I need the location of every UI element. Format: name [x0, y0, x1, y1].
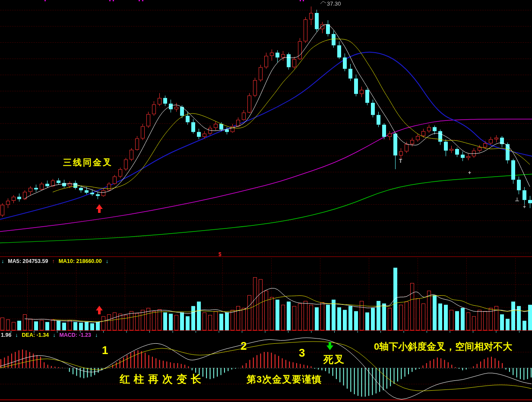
zero-axis-note: 0轴下小斜度金叉，空间相对不大: [374, 342, 512, 351]
death-cross-label: 死叉: [323, 355, 345, 364]
macd-dea-value: DEA: -1.34: [22, 332, 49, 338]
macd-down-arrow-icon-1: ↓: [15, 332, 18, 338]
arrow-stem: [329, 342, 331, 345]
macd-header: 1.96 ↓ DEA: -1.34 ↓ MACD: -1.23 ↓: [1, 332, 98, 338]
golden-cross-label-3: 3: [299, 347, 305, 358]
peak-price-label: 37.30: [327, 1, 341, 6]
arrow-head: [96, 306, 103, 310]
golden-cross-label-1: 1: [102, 345, 108, 356]
buy-signal-arrow-icon-main: [95, 204, 103, 213]
buy-signal-arrow-icon-volume: [95, 306, 103, 314]
volume-down-arrow-icon-2: ↓: [106, 259, 108, 264]
red-bars-note: 红柱再次变长: [120, 374, 205, 384]
macd-down-arrow-icon-2: ↓: [53, 332, 55, 338]
arrow-head: [96, 204, 103, 209]
volume-ma5-value: MA5: 204753.59: [8, 259, 48, 264]
volume-down-arrow-icon-1: ↓: [1, 259, 4, 264]
arrow-stem: [98, 310, 101, 314]
stock-chart-window: 37.30 三线同金叉 ↓ MA5: 204753.59 ↑ MA10: 218…: [0, 0, 532, 402]
third-cross-note: 第3次金叉要谨慎: [247, 375, 322, 384]
three-line-golden-cross-note: 三线同金叉: [63, 158, 113, 167]
macd-down-arrow-icon-3: ↓: [95, 332, 98, 338]
doji-marker: T: [399, 158, 402, 164]
doji-marker: +: [523, 204, 526, 210]
death-cross-arrow-icon: [326, 342, 334, 350]
doji-marker: ⊥: [515, 196, 519, 203]
volume-header: ↓ MA5: 204753.59 ↑ MA10: 218660.00 ↓: [1, 259, 108, 264]
dollar-marker: $: [218, 252, 222, 257]
macd-macd-value: MACD: -1.23: [59, 332, 91, 338]
golden-cross-label-2: 2: [241, 340, 247, 351]
arrow-stem: [98, 209, 101, 213]
macd-dif-value: 1.96: [1, 332, 11, 338]
doji-marker: +: [468, 170, 471, 176]
volume-ma10-value: MA10: 218660.00: [59, 259, 102, 264]
volume-up-arrow-icon: ↑: [52, 259, 54, 264]
arrow-head: [326, 345, 333, 350]
